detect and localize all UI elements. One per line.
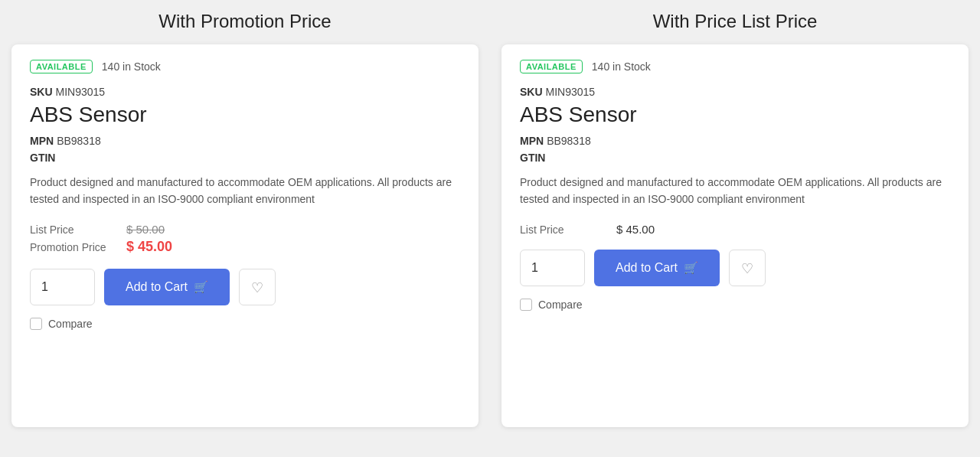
right-mpn-row: MPNBB98318 bbox=[520, 135, 950, 147]
right-list-price-row: List Price $ 45.00 bbox=[520, 223, 950, 236]
left-list-price-value: $ 50.00 bbox=[126, 223, 165, 236]
right-actions-row: Add to Cart bbox=[520, 250, 950, 286]
right-sku-value: MIN93015 bbox=[546, 86, 596, 98]
right-compare-row: Compare bbox=[520, 299, 950, 311]
right-mpn-label: MPN bbox=[520, 135, 544, 147]
right-gtin-row: GTIN bbox=[520, 152, 950, 164]
left-stock-text: 140 in Stock bbox=[102, 60, 161, 73]
left-mpn-label: MPN bbox=[30, 135, 54, 147]
right-sku-row: SKUMIN93015 bbox=[520, 86, 950, 98]
right-section-title: With Price List Price bbox=[653, 8, 818, 32]
right-mpn-value: BB98318 bbox=[547, 135, 591, 147]
left-list-price-row: List Price $ 50.00 bbox=[30, 223, 460, 236]
left-stock-row: AVAILABLE 140 in Stock bbox=[30, 60, 460, 73]
left-heart-icon bbox=[251, 279, 263, 296]
left-product-title: ABS Sensor bbox=[30, 103, 460, 127]
left-add-to-cart-label: Add to Cart bbox=[126, 280, 188, 294]
left-sku-value: MIN93015 bbox=[56, 86, 106, 98]
sections-row: With Promotion Price AVAILABLE 140 in St… bbox=[0, 8, 980, 427]
left-add-to-cart-button[interactable]: Add to Cart bbox=[104, 269, 230, 305]
left-promo-price-label: Promotion Price bbox=[30, 241, 114, 253]
right-description: Product designed and manufactured to acc… bbox=[520, 175, 950, 207]
right-add-to-cart-button[interactable]: Add to Cart bbox=[594, 250, 720, 286]
left-promo-price-value: $ 45.00 bbox=[126, 239, 172, 255]
right-section: With Price List Price AVAILABLE 140 in S… bbox=[490, 8, 980, 427]
left-available-badge: AVAILABLE bbox=[30, 60, 93, 73]
right-add-to-cart-label: Add to Cart bbox=[616, 261, 678, 275]
right-available-badge: AVAILABLE bbox=[520, 60, 583, 73]
left-price-section: List Price $ 50.00 Promotion Price $ 45.… bbox=[30, 223, 460, 255]
right-list-price-value: $ 45.00 bbox=[616, 223, 655, 236]
right-qty-input[interactable] bbox=[520, 250, 585, 286]
left-description: Product designed and manufactured to acc… bbox=[30, 175, 460, 207]
left-mpn-value: BB98318 bbox=[57, 135, 101, 147]
left-section-title: With Promotion Price bbox=[158, 8, 331, 32]
right-stock-text: 140 in Stock bbox=[592, 60, 651, 73]
left-wishlist-button[interactable] bbox=[239, 269, 276, 305]
right-compare-label[interactable]: Compare bbox=[538, 299, 583, 311]
right-card: AVAILABLE 140 in Stock SKUMIN93015 ABS S… bbox=[501, 44, 969, 427]
left-compare-row: Compare bbox=[30, 318, 460, 330]
right-heart-icon bbox=[741, 260, 753, 277]
right-list-price-label: List Price bbox=[520, 224, 604, 236]
left-card: AVAILABLE 140 in Stock SKUMIN93015 ABS S… bbox=[11, 44, 479, 427]
right-product-title: ABS Sensor bbox=[520, 103, 950, 127]
left-qty-input[interactable] bbox=[30, 269, 95, 305]
left-list-price-label: List Price bbox=[30, 224, 114, 236]
left-cart-icon bbox=[194, 280, 208, 294]
left-mpn-row: MPNBB98318 bbox=[30, 135, 460, 147]
left-compare-checkbox[interactable] bbox=[30, 318, 42, 330]
right-sku-label: SKU bbox=[520, 86, 543, 98]
left-promo-price-row: Promotion Price $ 45.00 bbox=[30, 239, 460, 255]
left-gtin-row: GTIN bbox=[30, 152, 460, 164]
left-actions-row: Add to Cart bbox=[30, 269, 460, 305]
right-stock-row: AVAILABLE 140 in Stock bbox=[520, 60, 950, 73]
left-compare-label[interactable]: Compare bbox=[48, 318, 93, 330]
left-section: With Promotion Price AVAILABLE 140 in St… bbox=[0, 8, 490, 427]
right-cart-icon bbox=[684, 261, 698, 275]
right-wishlist-button[interactable] bbox=[729, 250, 766, 286]
page-wrapper: With Promotion Price AVAILABLE 140 in St… bbox=[0, 0, 980, 442]
left-sku-row: SKUMIN93015 bbox=[30, 86, 460, 98]
right-compare-checkbox[interactable] bbox=[520, 299, 532, 311]
left-sku-label: SKU bbox=[30, 86, 53, 98]
right-price-section: List Price $ 45.00 bbox=[520, 223, 950, 236]
